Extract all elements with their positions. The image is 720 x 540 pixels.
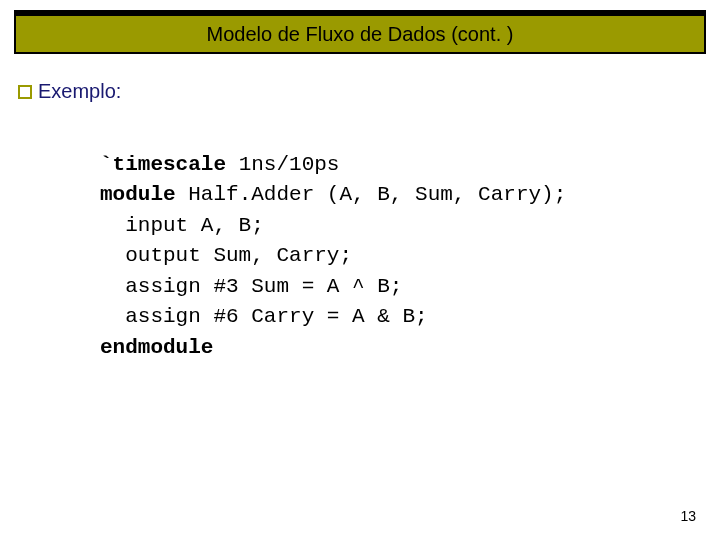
code-line-7: endmodule: [100, 333, 566, 363]
code-text: 1ns/10ps: [226, 153, 339, 176]
code-line-6: assign #6 Carry = A & B;: [100, 302, 566, 332]
code-block: `timescale 1ns/10psmodule Half.Adder (A,…: [100, 150, 566, 363]
keyword-module: module: [100, 183, 176, 206]
bullet-label: Exemplo:: [38, 80, 121, 103]
page-number: 13: [680, 508, 696, 524]
slide: Modelo de Fluxo de Dados (cont. ) Exempl…: [0, 0, 720, 540]
code-line-3: input A, B;: [100, 211, 566, 241]
code-line-1: `timescale 1ns/10ps: [100, 150, 566, 180]
code-line-4: output Sum, Carry;: [100, 241, 566, 271]
title-bar: Modelo de Fluxo de Dados (cont. ): [14, 10, 706, 54]
code-line-2: module Half.Adder (A, B, Sum, Carry);: [100, 180, 566, 210]
code-text: Half.Adder (A, B, Sum, Carry);: [176, 183, 567, 206]
bullet-item: Exemplo:: [18, 80, 121, 103]
code-line-5: assign #3 Sum = A ^ B;: [100, 272, 566, 302]
keyword-timescale: `timescale: [100, 153, 226, 176]
slide-title: Modelo de Fluxo de Dados (cont. ): [207, 23, 514, 46]
square-bullet-icon: [18, 85, 32, 99]
